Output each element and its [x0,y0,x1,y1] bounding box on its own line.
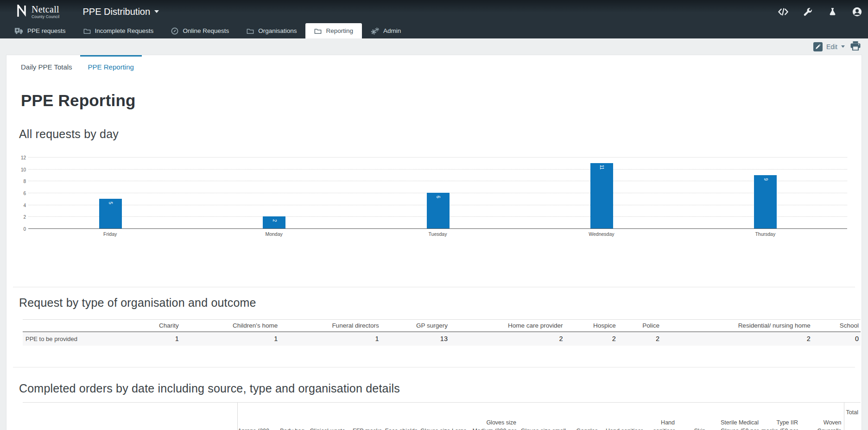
bar-thursday[interactable]: 9 [754,175,777,229]
tab-label: Online Requests [183,27,229,34]
bar-friday[interactable]: 5 [99,199,122,228]
table2-col-hand-sanitiser-small: Hand sanitiser small [645,403,677,430]
table1-col-charity: Charity [115,320,180,332]
table1-value-funeral-directors: 1 [279,332,380,346]
table2-col-goggles-individual-: Goggles (individual) [568,403,600,430]
table2-col-aprons-200-per-pack-: Aprons (200 per pack) [237,403,272,430]
gridline-y10: 10 [28,169,847,170]
table1-data-row: PPE to be provided1111322220 [23,332,861,346]
folder-icon [247,28,254,34]
tab-admin[interactable]: Admin [362,23,410,38]
x-axis-label-friday: Friday [103,231,117,237]
bar-value-label: 6 [436,196,440,198]
print-button[interactable] [850,41,861,52]
gears-icon [371,27,379,35]
table2-col-skin-disinfectant: Skin disinfectant [677,403,708,430]
tab-incomplete-requests[interactable]: Incomplete Requests [75,23,163,38]
table2-col-gloves-size-large-200-per-pack-: Gloves size Large (200 per pack) [420,403,469,430]
x-axis-label-monday: Monday [265,231,282,237]
table1-row-label: PPE to be provided [23,332,115,346]
brand-subtitle: County Council [32,15,59,19]
y-axis-tick: 0 [23,227,26,232]
tab-organisations[interactable]: Organisations [238,23,305,38]
table2-header-row: Aprons (200 per pack)Body bag (individua… [23,403,861,430]
netcall-logo: Netcall County Council [17,5,59,19]
subtab-daily-ppe-totals[interactable]: Daily PPE Totals [13,55,80,76]
netcall-n-icon [17,5,27,19]
table1-value-gp-surgery: 13 [381,332,450,346]
tab-label: PPE requests [27,27,66,34]
brand-name: Netcall [32,5,59,14]
tab-label: Organisations [258,27,297,34]
chevron-down-icon [154,10,159,15]
requests-by-day-bar-chart: 0246810125Friday2Monday6Tuesday11Wednesd… [13,157,855,241]
tab-label: Incomplete Requests [95,27,154,34]
table1-col-gp-surgery: GP surgery [381,320,450,332]
y-axis-tick: 12 [21,155,26,160]
page-toolbar: Edit [0,38,868,55]
user-icon[interactable] [851,6,862,17]
y-axis-tick: 2 [23,215,26,220]
folder-icon [83,28,91,34]
gridline-y8: 8 [28,181,847,181]
table2-col-face-shields-individual-: Face shields (individual) [384,403,420,430]
table2-col-clinical-waste-bags-yellow-: Clinical waste bags (yellow) [307,403,348,430]
table1-value-school: 0 [812,332,861,346]
table1-header-row: CharityChildren's homeFuneral directorsG… [23,320,861,332]
table2-col-gloves-size-medium-200-per-pack-: Gloves size Medium (200 per pack) [469,403,519,430]
chevron-down-icon [841,45,845,50]
pencil-icon [813,42,823,51]
table1-col-funeral-directors: Funeral directors [279,320,380,332]
table1-value-police: 2 [618,332,661,346]
organisation-outcome-table: CharityChildren's homeFuneral directorsG… [23,319,854,346]
section-divider [13,287,855,287]
app-title-menu[interactable]: PPE Distribution [82,6,159,17]
bar-value-label: 9 [763,178,768,181]
y-axis-tick: 8 [23,179,26,184]
table2-col-sterile-medical-gloves-50-per-pack-: Sterile Medical Gloves (50 per pack) [708,403,761,430]
tab-reporting[interactable]: Reporting [305,23,362,38]
table1-value-home-care-provider: 2 [450,332,565,346]
wrench-icon[interactable] [802,6,813,17]
section-divider [13,367,855,367]
chart-plot-area: 0246810125Friday2Monday6Tuesday11Wednesd… [28,157,847,228]
table1-col-school: School [812,320,861,332]
flask-icon[interactable] [827,6,838,17]
bar-value-label: 11 [599,165,604,170]
table2-corner-cell [23,403,237,430]
table2-col-hand-sanitiser-medium-pumps: Hand sanitiser medium/ pumps [600,403,645,430]
report-subtabs: Daily PPE TotalsPPE Reporting [13,55,855,76]
header-icon-bar [778,0,862,23]
subtab-ppe-reporting[interactable]: PPE Reporting [80,55,142,76]
table1-corner-cell [23,320,115,332]
gridline-y12: 12 [28,157,847,158]
chart-section-heading: All requests by day [19,127,855,141]
tab-ppe-requests[interactable]: PPE requests [6,23,75,38]
y-axis-tick: 6 [23,191,26,196]
table1-col-home-care-provider: Home care provider [450,320,565,332]
content-card: Daily PPE TotalsPPE Reporting PPE Report… [6,55,862,430]
bar-monday[interactable]: 2 [263,216,285,228]
table2-col-type-iir-masks-50-per-pack-: Type IIR masks (50 per pack) [761,403,800,430]
y-axis-tick: 4 [23,202,26,208]
bar-wednesday[interactable]: 11 [590,163,613,228]
x-axis-label-thursday: Thursday [755,231,775,237]
table1-col-residential-nursing-home: Residential/ nursing home [661,320,812,332]
printer-icon [850,41,861,52]
table1-value-hospice: 2 [565,332,618,346]
ambulance-icon [14,27,23,34]
table1-col-children-s-home: Children's home [181,320,279,332]
bar-tuesday[interactable]: 6 [427,193,450,228]
app-header: Netcall County Council PPE Distribution [0,0,868,23]
table2-section-heading: Completed orders by date including sourc… [19,381,855,395]
table1-col-police: Police [618,320,661,332]
table1-col-hospice: Hospice [565,320,618,332]
code-icon[interactable] [778,6,789,17]
table1-value-charity: 1 [115,332,180,346]
table2-col-gloves-size-small-200-per-pack-: Gloves size small (200 per pack) [519,403,568,430]
tab-label: Reporting [326,27,353,34]
compass-icon [171,27,178,35]
tab-online-requests[interactable]: Online Requests [162,23,238,38]
gridline-y0: 0 [28,228,847,229]
edit-button[interactable]: Edit [813,42,845,51]
